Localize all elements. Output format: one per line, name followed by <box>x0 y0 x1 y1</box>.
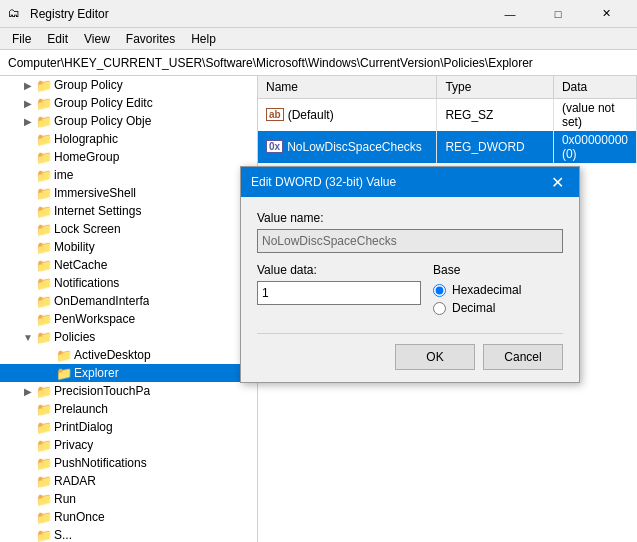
cell-name: ab (Default) <box>258 98 437 131</box>
tree-item[interactable]: 📁 RADAR <box>0 472 257 490</box>
base-options: Hexadecimal Decimal <box>433 283 563 315</box>
tree-item[interactable]: 📁 Lock Screen <box>0 220 257 238</box>
tree-item[interactable]: ▶ 📁 Group Policy Editc <box>0 94 257 112</box>
base-label: Base <box>433 263 563 277</box>
tree-label: HomeGroup <box>54 150 119 164</box>
menu-bar: File Edit View Favorites Help <box>0 28 637 50</box>
tree-item[interactable]: 📁 ImmersiveShell <box>0 184 257 202</box>
dialog-title: Edit DWORD (32-bit) Value <box>251 175 545 189</box>
tree-item[interactable]: 📁 Run <box>0 490 257 508</box>
dialog-close-button[interactable]: ✕ <box>545 170 569 194</box>
base-option-label: Decimal <box>452 301 495 315</box>
tree-label: Mobility <box>54 240 95 254</box>
cell-data: (value not set) <box>553 98 636 131</box>
tree-item[interactable]: 📁 ActiveDesktop <box>0 346 257 364</box>
tree-item[interactable]: ▶ 📁 Group Policy <box>0 76 257 94</box>
folder-icon: 📁 <box>36 96 52 111</box>
col-type: Type <box>437 76 554 98</box>
folder-icon: 📁 <box>36 150 52 165</box>
tree-item[interactable]: ▼ 📁 Policies <box>0 328 257 346</box>
base-radio[interactable] <box>433 302 446 315</box>
tree-label: Run <box>54 492 76 506</box>
tree-label: PrintDialog <box>54 420 113 434</box>
menu-view[interactable]: View <box>76 30 118 48</box>
value-data-col: Value data: <box>257 263 421 319</box>
tree-item[interactable]: 📁 Mobility <box>0 238 257 256</box>
tree-item[interactable]: 📁 Notifications <box>0 274 257 292</box>
tree-item[interactable]: 📁 S... <box>0 526 257 542</box>
tree-label: Internet Settings <box>54 204 141 218</box>
title-bar: 🗂 Registry Editor — □ ✕ <box>0 0 637 28</box>
base-radio[interactable] <box>433 284 446 297</box>
tree-item[interactable]: 📁 OnDemandInterfa <box>0 292 257 310</box>
tree-item[interactable]: ▶ 📁 PrecisionTouchPa <box>0 382 257 400</box>
tree-item[interactable]: 📁 PrintDialog <box>0 418 257 436</box>
table-row[interactable]: 0x NoLowDiscSpaceChecks REG_DWORD 0x0000… <box>258 131 637 163</box>
main-content: ▶ 📁 Group Policy ▶ 📁 Group Policy Editc … <box>0 76 637 542</box>
expand-icon: ▶ <box>20 98 36 109</box>
expand-icon: ▶ <box>20 80 36 91</box>
cell-type: REG_DWORD <box>437 131 554 163</box>
folder-icon: 📁 <box>36 474 52 489</box>
dialog-buttons: OK Cancel <box>257 333 563 370</box>
folder-icon: 📁 <box>36 456 52 471</box>
folder-icon: 📁 <box>56 366 72 381</box>
tree-label: Group Policy Obje <box>54 114 151 128</box>
ok-button[interactable]: OK <box>395 344 475 370</box>
tree-label: RADAR <box>54 474 96 488</box>
minimize-button[interactable]: — <box>487 0 533 28</box>
tree-label: ActiveDesktop <box>74 348 151 362</box>
expand-icon: ▶ <box>20 116 36 127</box>
tree-item[interactable]: 📁 RunOnce <box>0 508 257 526</box>
tree-panel[interactable]: ▶ 📁 Group Policy ▶ 📁 Group Policy Editc … <box>0 76 258 542</box>
dialog-row: Value data: Base Hexadecimal Decimal <box>257 263 563 319</box>
value-name-label: Value name: <box>257 211 563 225</box>
folder-icon: 📁 <box>36 222 52 237</box>
tree-label: RunOnce <box>54 510 105 524</box>
tree-item[interactable]: 📁 NetCache <box>0 256 257 274</box>
table-row[interactable]: ab (Default) REG_SZ (value not set) <box>258 98 637 131</box>
app-icon: 🗂 <box>8 6 24 22</box>
tree-item[interactable]: 📁 HomeGroup <box>0 148 257 166</box>
tree-item[interactable]: 📁 Holographic <box>0 130 257 148</box>
window-controls: — □ ✕ <box>487 0 629 28</box>
tree-label: Policies <box>54 330 95 344</box>
address-path: Computer\HKEY_CURRENT_USER\Software\Micr… <box>8 56 533 70</box>
base-radio-option[interactable]: Hexadecimal <box>433 283 563 297</box>
tree-label: Notifications <box>54 276 119 290</box>
menu-edit[interactable]: Edit <box>39 30 76 48</box>
tree-label: NetCache <box>54 258 107 272</box>
expand-icon: ▶ <box>20 386 36 397</box>
folder-icon: 📁 <box>36 204 52 219</box>
tree-item[interactable]: 📁 Explorer <box>0 364 257 382</box>
value-data-input[interactable] <box>257 281 421 305</box>
folder-icon: 📁 <box>56 348 72 363</box>
tree-item[interactable]: 📁 Prelaunch <box>0 400 257 418</box>
tree-label: ImmersiveShell <box>54 186 136 200</box>
tree-item[interactable]: 📁 PenWorkspace <box>0 310 257 328</box>
dialog-title-bar: Edit DWORD (32-bit) Value ✕ <box>241 167 579 197</box>
tree-item[interactable]: 📁 PushNotifications <box>0 454 257 472</box>
edit-dword-dialog: Edit DWORD (32-bit) Value ✕ Value name: … <box>240 166 580 383</box>
menu-favorites[interactable]: Favorites <box>118 30 183 48</box>
maximize-button[interactable]: □ <box>535 0 581 28</box>
close-button[interactable]: ✕ <box>583 0 629 28</box>
tree-item[interactable]: ▶ 📁 Group Policy Obje <box>0 112 257 130</box>
value-name-input[interactable] <box>257 229 563 253</box>
tree-item[interactable]: 📁 ime <box>0 166 257 184</box>
cancel-button[interactable]: Cancel <box>483 344 563 370</box>
tree-item[interactable]: 📁 Internet Settings <box>0 202 257 220</box>
folder-icon: 📁 <box>36 294 52 309</box>
cell-type: REG_SZ <box>437 98 554 131</box>
app-title: Registry Editor <box>30 7 109 21</box>
base-radio-option[interactable]: Decimal <box>433 301 563 315</box>
tree-label: Group Policy <box>54 78 123 92</box>
col-name: Name <box>258 76 437 98</box>
cell-data: 0x00000000 (0) <box>553 131 636 163</box>
value-data-label: Value data: <box>257 263 421 277</box>
folder-icon: 📁 <box>36 384 52 399</box>
tree-label: Privacy <box>54 438 93 452</box>
menu-help[interactable]: Help <box>183 30 224 48</box>
tree-item[interactable]: 📁 Privacy <box>0 436 257 454</box>
menu-file[interactable]: File <box>4 30 39 48</box>
